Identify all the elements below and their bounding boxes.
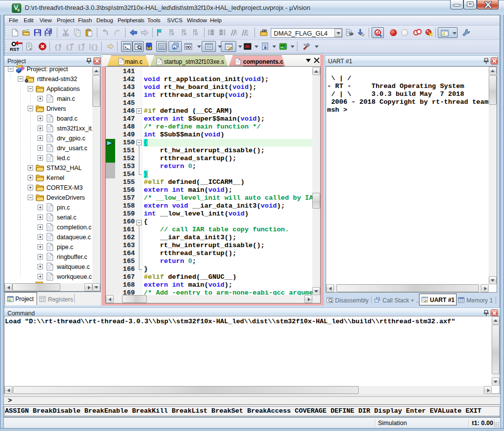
svg-text:S: S (147, 45, 150, 49)
